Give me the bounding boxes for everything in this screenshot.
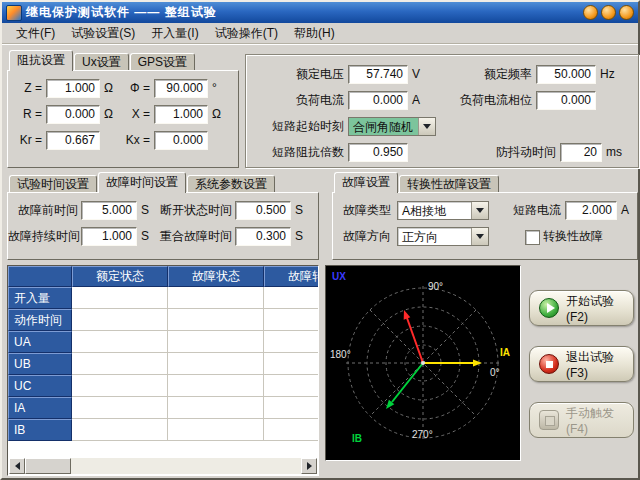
load-current-phase-input[interactable]: 0.000 <box>536 91 596 110</box>
kr-input[interactable]: 0.667 <box>46 131 100 150</box>
convertible-fault-checkbox[interactable] <box>525 230 540 245</box>
tab-convertible-fault-settings[interactable]: 转换性故障设置 <box>399 175 499 193</box>
menu-help[interactable]: 帮助(H) <box>286 23 343 44</box>
fault-type-dropdown-button[interactable] <box>471 202 488 219</box>
rated-voltage-label: 额定电压 <box>274 65 344 84</box>
minimize-button[interactable] <box>583 5 598 20</box>
arrow-right-icon <box>307 462 312 470</box>
convertible-fault-label: 转换性故障 <box>543 227 603 246</box>
impedance-multiple-label: 短路阻抗倍数 <box>258 143 344 162</box>
x-unit: Ω <box>212 105 221 124</box>
fault-duration-input[interactable]: 1.000 <box>81 227 137 246</box>
tab-test-time-settings[interactable]: 试验时间设置 <box>9 175 97 193</box>
short-current-input[interactable]: 2.000 <box>565 201 617 220</box>
menu-test-settings[interactable]: 试验设置(S) <box>63 23 143 44</box>
stop-icon <box>539 354 559 374</box>
fault-direction-combo[interactable]: 正方向 <box>397 227 489 246</box>
table-cell <box>168 375 264 397</box>
table-cell <box>264 353 319 375</box>
scrollbar-track[interactable] <box>71 458 301 474</box>
tab-gps-settings[interactable]: GPS设置 <box>130 53 195 71</box>
scrollbar-thumb[interactable] <box>25 458 71 474</box>
menu-inputs[interactable]: 开入量(I) <box>143 23 206 44</box>
impedance-multiple-input[interactable]: 0.950 <box>348 143 408 162</box>
table-row: UA <box>8 331 319 353</box>
tab-impedance-settings[interactable]: 阻抗设置 <box>9 50 73 71</box>
rated-voltage-input[interactable]: 57.740 <box>348 65 408 84</box>
scroll-left-button[interactable] <box>9 458 25 474</box>
arrow-left-icon <box>15 462 20 470</box>
short-start-value: 合闸角随机 <box>349 118 418 135</box>
vector-red-arrowhead <box>404 310 411 320</box>
maximize-button[interactable] <box>601 5 616 20</box>
table-cell <box>264 309 319 331</box>
table-corner-cell <box>8 266 72 287</box>
debounce-unit: ms <box>606 143 622 162</box>
menu-bar: 文件(F) 试验设置(S) 开入量(I) 试验操作(T) 帮助(H) <box>2 23 638 44</box>
scroll-right-button[interactable] <box>301 458 317 474</box>
load-current-phase-label: 负荷电流相位 <box>442 91 532 110</box>
phasor-label-0: 0° <box>490 367 500 378</box>
table-cell <box>72 353 168 375</box>
col-header-rated-state: 额定状态 <box>72 266 168 287</box>
phasor-panel: UX 90° 180° 0° 270° IA IB <box>325 265 521 461</box>
short-start-label: 短路起始时刻 <box>258 117 344 136</box>
reclose-fault-time-input[interactable]: 0.300 <box>235 227 291 246</box>
start-test-label: 开始试验(F2) <box>566 293 633 324</box>
row-label: 开入量 <box>8 287 72 309</box>
open-state-time-input[interactable]: 0.500 <box>235 201 291 220</box>
tab-system-param-settings[interactable]: 系统参数设置 <box>187 175 275 193</box>
table-row: IB <box>8 419 319 441</box>
short-start-combo[interactable]: 合闸角随机 <box>348 117 436 136</box>
load-current-label: 负荷电流 <box>274 91 344 110</box>
z-input[interactable]: 1.000 <box>46 79 100 98</box>
exit-test-button[interactable]: 退出试验(F3) <box>529 346 634 382</box>
fault-duration-unit: S <box>141 227 149 246</box>
phasor-label-90: 90° <box>428 281 443 292</box>
fault-direction-value: 正方向 <box>398 228 471 245</box>
table-hscrollbar[interactable] <box>9 458 317 474</box>
x-input[interactable]: 1.000 <box>154 105 208 124</box>
close-button[interactable] <box>619 5 634 20</box>
row-label: 动作时间 <box>8 309 72 331</box>
phasor-label-180: 180° <box>330 349 351 360</box>
short-current-unit: A <box>621 201 629 220</box>
table-cell <box>72 397 168 419</box>
table-row: UB <box>8 353 319 375</box>
debounce-input[interactable]: 20 <box>560 143 602 162</box>
row-label: IB <box>8 419 72 441</box>
exit-test-label: 退出试验(F3) <box>566 349 633 380</box>
table-cell <box>72 331 168 353</box>
menu-test-operation[interactable]: 试验操作(T) <box>207 23 286 44</box>
table-cell <box>168 419 264 441</box>
table-cell <box>264 331 319 353</box>
kx-input[interactable]: 0.000 <box>154 131 208 150</box>
tab-fault-settings[interactable]: 故障设置 <box>334 172 398 193</box>
menu-file[interactable]: 文件(F) <box>8 23 63 44</box>
load-current-input[interactable]: 0.000 <box>348 91 408 110</box>
rated-params-group: 额定电压 57.740 V 额定频率 50.000 Hz 负荷电流 0.000 … <box>245 54 639 168</box>
tab-ux-settings[interactable]: Ux设置 <box>74 53 129 71</box>
time-panel: 试验时间设置 故障时间设置 系统参数设置 故障前时间 5.000 S 断开状态时… <box>7 174 319 260</box>
col-header-fault-transfer: 故障转换 <box>264 266 319 287</box>
window-title: 继电保护测试软件 —— 整组试验 <box>26 4 217 21</box>
start-test-button[interactable]: 开始试验(F2) <box>529 290 634 326</box>
fault-direction-dropdown-button[interactable] <box>471 228 488 245</box>
table-cell <box>168 331 264 353</box>
table-cell <box>72 419 168 441</box>
phi-input[interactable]: 90.000 <box>154 79 208 98</box>
phi-label: Φ = <box>120 79 150 98</box>
phasor-diagram: UX 90° 180° 0° 270° IA IB <box>326 266 520 460</box>
row-label: UA <box>8 331 72 353</box>
debounce-label: 防抖动时间 <box>472 143 556 162</box>
table-row: 动作时间 <box>8 309 319 331</box>
vector-red <box>407 318 423 363</box>
short-start-dropdown-button[interactable] <box>418 118 435 135</box>
pre-fault-time-input[interactable]: 5.000 <box>81 201 137 220</box>
r-input[interactable]: 0.000 <box>46 105 100 124</box>
manual-trigger-button[interactable]: 手动触发(F4) <box>529 402 634 438</box>
rated-freq-input[interactable]: 50.000 <box>536 65 596 84</box>
fault-type-combo[interactable]: A相接地 <box>397 201 489 220</box>
table-cell <box>168 287 264 309</box>
tab-fault-time-settings[interactable]: 故障时间设置 <box>98 172 186 193</box>
